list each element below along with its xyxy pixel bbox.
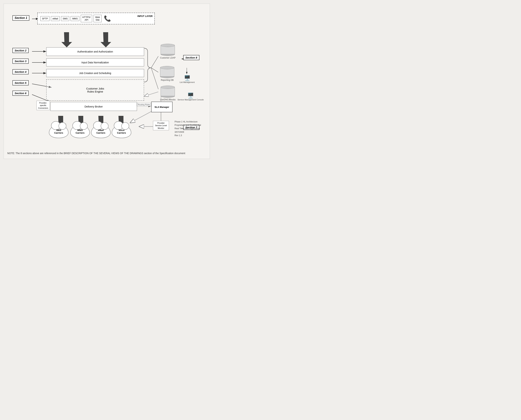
input-mms: MMS (71, 16, 79, 21)
info-line1: Phase 1 HL Architecture (175, 120, 201, 124)
info-line4: 3/07/2009 (175, 130, 201, 134)
diagram: Section 1 INPUT LAYER SFTP eMail SMS MMS… (9, 9, 205, 148)
note-text: NOTE: The 8 sections above are reference… (7, 151, 206, 155)
info-line2: Proprietary and Confidential (175, 124, 201, 127)
svg-marker-5 (101, 32, 111, 47)
section-2-label: Section 2 (13, 48, 29, 53)
svg-line-15 (151, 56, 158, 68)
svg-line-17 (151, 68, 158, 89)
sms-cloud-shape: SMS Carriers (49, 125, 68, 138)
input-sftp: SFTP (40, 16, 50, 21)
reporting-db: Reporting DB (160, 66, 174, 81)
input-https: HTTPS/API (81, 15, 92, 22)
input-email: eMail (51, 16, 59, 21)
voice-label: Voice Carriers (117, 129, 126, 134)
svg-line-16 (151, 68, 158, 72)
db-top-ldap (161, 44, 175, 47)
input-layer-items: SFTP eMail SMS MMS HTTPS/API WebSite 📞 (40, 15, 152, 22)
provider-monitor-box: Provider Service Level Monitor (153, 121, 169, 130)
customer-jobs-box: Customer Jobs Rules Engine (46, 79, 144, 101)
note-section: NOTE: The 8 sections above are reference… (7, 151, 206, 155)
svc-console-label: Service Management Console (177, 99, 204, 101)
job-box: Job Creation and Scheduling (46, 69, 144, 77)
db-list-label: List/DNC/Blocks (160, 98, 176, 101)
section-4-label: Section 4 (13, 69, 29, 74)
info-line5: Rev 1.3 (175, 134, 201, 137)
routing-rules-label: Routing Rules (137, 103, 151, 106)
normalize-box: Input Data Normalization (46, 58, 144, 66)
sms-carriers-cloud: SMS Carriers (49, 125, 68, 138)
svg-line-22 (130, 110, 155, 123)
delivery-broker-box: Delivery Broker (50, 102, 137, 111)
mms-carriers-cloud: MMS Carriers (70, 125, 90, 138)
db-ldap-label: Customer LDAP (160, 57, 176, 59)
list-dnc-db: List/DNC/Blocks (160, 86, 176, 101)
customer-jobs-label: Customer Jobs Rules Engine (86, 87, 104, 93)
email-carriers-cloud: eMail Carriers (91, 125, 111, 138)
db-top-rep (160, 66, 174, 69)
phone-icon: 📞 (104, 15, 111, 22)
main-container: Section 1 INPUT LAYER SFTP eMail SMS MMS… (4, 4, 210, 159)
voice-carriers-cloud: Voice Carriers (112, 125, 131, 138)
svc-console-icon: 🖥️ Service Management Console (177, 92, 204, 101)
section-3-label: Section 3 (13, 59, 29, 64)
input-web: WebSite (94, 15, 102, 22)
input-layer-title: INPUT LAYER (138, 15, 153, 17)
provider-connectors-box: Provider- specific Connectors (37, 101, 50, 110)
sms-label: SMS Carriers (54, 129, 63, 134)
svg-marker-4 (61, 32, 72, 47)
provider-connectors-label: Provider- specific Connectors (38, 102, 48, 109)
list-mgmt-icon: 🖥️ List Management (180, 75, 195, 83)
section-8-label: Section 8 (183, 55, 199, 60)
auth-box: Authentication and Authorization (46, 47, 144, 56)
customer-ldap-db: Customer LDAP (160, 44, 176, 59)
section-6-label: Section 6 (13, 90, 29, 96)
provider-monitor-label: Provider Service Level Monitor (155, 122, 167, 129)
sla-manager-box: SLA Manager (151, 102, 173, 112)
mms-label: MMS Carriers (76, 129, 84, 134)
db-rep-label: Reporting DB (161, 79, 174, 81)
info-line3: Real Time Alert Application (175, 127, 201, 130)
svg-line-21 (144, 92, 158, 96)
email-label: eMail Carriers (96, 129, 105, 134)
list-mgmt-label: List Management (180, 81, 195, 83)
mms-cloud-shape: MMS Carriers (70, 125, 90, 138)
email-cloud-shape: eMail Carriers (91, 125, 111, 138)
info-block: Phase 1 HL Architecture Proprietary and … (175, 120, 201, 137)
db-top-list (161, 86, 175, 89)
section-5-label: Section 5 (13, 80, 29, 85)
input-layer-box: INPUT LAYER SFTP eMail SMS MMS HTTPS/API… (37, 13, 155, 24)
voice-cloud-shape: Voice Carriers (112, 125, 131, 138)
input-sms: SMS (61, 16, 69, 21)
section-1-label: Section 1 (13, 15, 29, 21)
